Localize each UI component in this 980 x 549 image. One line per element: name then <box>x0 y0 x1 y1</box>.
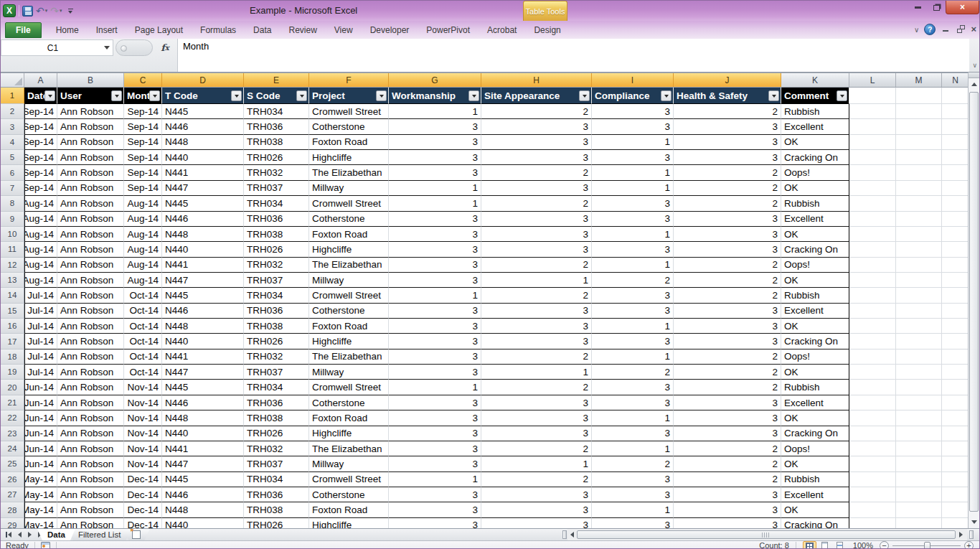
empty-cell[interactable] <box>942 304 969 319</box>
empty-cell[interactable] <box>849 119 896 134</box>
cell-workmanship[interactable]: 3 <box>389 365 481 380</box>
cell-workmanship[interactable]: 3 <box>389 502 481 517</box>
cell-user[interactable]: Ann Robson <box>57 181 124 196</box>
cell-month[interactable]: Sep-14 <box>124 150 162 165</box>
cell-tcode[interactable]: N445 <box>162 196 244 211</box>
empty-cell[interactable] <box>942 349 969 365</box>
cell-compliance[interactable]: 3 <box>592 242 674 257</box>
tab-data[interactable]: Data <box>245 22 280 38</box>
cell-health_safety[interactable]: 3 <box>674 212 781 227</box>
empty-cell[interactable] <box>942 273 969 288</box>
cell-project[interactable]: Foxton Road <box>309 319 389 334</box>
column-header-M[interactable]: M <box>896 73 942 87</box>
cell-workmanship[interactable]: 3 <box>389 426 481 441</box>
row-number[interactable]: 3 <box>1 119 24 134</box>
cell-health_safety[interactable]: 3 <box>674 334 781 349</box>
record-macro-icon[interactable] <box>41 542 50 549</box>
cell-site_appearance[interactable]: 3 <box>481 410 592 426</box>
cell-month[interactable]: Aug-14 <box>124 212 162 227</box>
cell-project[interactable]: Highcliffe <box>309 150 389 165</box>
cell-workmanship[interactable]: 3 <box>389 441 481 456</box>
filter-button[interactable] <box>579 90 590 101</box>
page-break-view-button[interactable] <box>833 541 847 549</box>
cell-compliance[interactable]: 1 <box>592 349 674 365</box>
scroll-left-button[interactable] <box>567 532 576 538</box>
cell-compliance[interactable]: 2 <box>592 365 674 380</box>
cell-scode[interactable]: TRH037 <box>244 456 309 471</box>
empty-cell[interactable] <box>896 319 942 334</box>
empty-cell[interactable] <box>849 441 896 456</box>
cell-site_appearance[interactable]: 3 <box>481 334 592 349</box>
row-number[interactable]: 26 <box>1 472 24 487</box>
cell-user[interactable]: Ann Robson <box>57 288 124 303</box>
empty-cell[interactable] <box>896 304 942 319</box>
filter-button[interactable] <box>376 90 387 101</box>
cell-project[interactable]: Cromwell Street <box>309 196 389 211</box>
tab-developer[interactable]: Developer <box>362 22 418 38</box>
empty-cell[interactable] <box>896 395 942 410</box>
cell-date[interactable]: May-14 <box>24 487 57 502</box>
empty-cell[interactable] <box>942 227 969 242</box>
row-number[interactable]: 13 <box>1 273 24 288</box>
empty-cell[interactable] <box>942 518 969 528</box>
cell-project[interactable]: Cromwell Street <box>309 380 389 395</box>
minimize-workbook-button[interactable] <box>941 25 951 34</box>
cell-date[interactable]: Jul-14 <box>24 304 57 319</box>
cell-user[interactable]: Ann Robson <box>57 212 124 227</box>
select-all-button[interactable] <box>1 73 24 87</box>
column-header-A[interactable]: A <box>24 73 57 87</box>
empty-cell[interactable] <box>896 181 942 196</box>
cell-project[interactable]: Foxton Road <box>309 227 389 242</box>
cell-compliance[interactable]: 3 <box>592 518 674 528</box>
cell-health_safety[interactable]: 3 <box>674 487 781 502</box>
cell-compliance[interactable]: 3 <box>592 104 674 119</box>
cell-comment[interactable]: Oops! <box>781 258 849 273</box>
cell-date[interactable]: Jul-14 <box>24 319 57 334</box>
cell-site_appearance[interactable]: 2 <box>481 165 592 180</box>
empty-cell[interactable] <box>849 104 896 119</box>
cell-compliance[interactable]: 3 <box>592 395 674 410</box>
cell-site_appearance[interactable]: 2 <box>481 258 592 273</box>
column-header-F[interactable]: F <box>309 73 389 87</box>
cell-comment[interactable]: OK <box>781 181 849 196</box>
cell-month[interactable]: Dec-14 <box>124 518 162 528</box>
cell-site_appearance[interactable]: 3 <box>481 227 592 242</box>
cell-user[interactable]: Ann Robson <box>57 410 124 426</box>
cell-scode[interactable]: TRH034 <box>244 472 309 487</box>
cell-comment[interactable]: Oops! <box>781 165 849 180</box>
cell-project[interactable]: Foxton Road <box>309 410 389 426</box>
cell-scode[interactable]: TRH038 <box>244 135 309 150</box>
empty-cell[interactable] <box>896 456 942 471</box>
empty-cell[interactable] <box>942 487 969 502</box>
cell-health_safety[interactable]: 3 <box>674 518 781 528</box>
cell-month[interactable]: Oct-14 <box>124 334 162 349</box>
cell-month[interactable]: Nov-14 <box>124 441 162 456</box>
zoom-thumb[interactable] <box>924 542 930 549</box>
row-number[interactable]: 29 <box>1 518 24 528</box>
cell-compliance[interactable]: 1 <box>592 410 674 426</box>
cell-compliance[interactable]: 1 <box>592 502 674 517</box>
cell-tcode[interactable]: N440 <box>162 242 244 257</box>
cell-user[interactable]: Ann Robson <box>57 441 124 456</box>
cell-user[interactable]: Ann Robson <box>57 273 124 288</box>
cell-user[interactable]: Ann Robson <box>57 165 124 180</box>
cell-workmanship[interactable]: 3 <box>389 334 481 349</box>
row-number[interactable]: 19 <box>1 365 24 380</box>
cell-comment[interactable]: OK <box>781 410 849 426</box>
cell-user[interactable]: Ann Robson <box>57 319 124 334</box>
column-header-N[interactable]: N <box>942 73 969 87</box>
empty-cell[interactable] <box>849 502 896 517</box>
cell-date[interactable]: Sep-14 <box>24 165 57 180</box>
cell-date[interactable]: Jul-14 <box>24 334 57 349</box>
cell-date[interactable]: Aug-14 <box>24 258 57 273</box>
expand-formula-bar-icon[interactable]: ∨ <box>972 62 977 69</box>
empty-cell[interactable] <box>942 426 969 441</box>
cell-health_safety[interactable]: 3 <box>674 502 781 517</box>
cell-date[interactable]: Jun-14 <box>24 441 57 456</box>
empty-cell[interactable] <box>896 196 942 211</box>
row-number[interactable]: 5 <box>1 150 24 165</box>
cell-workmanship[interactable]: 3 <box>389 304 481 319</box>
empty-cell[interactable] <box>942 196 969 211</box>
excel-logo-icon[interactable]: X <box>3 4 16 17</box>
cell-date[interactable]: Sep-14 <box>24 119 57 134</box>
